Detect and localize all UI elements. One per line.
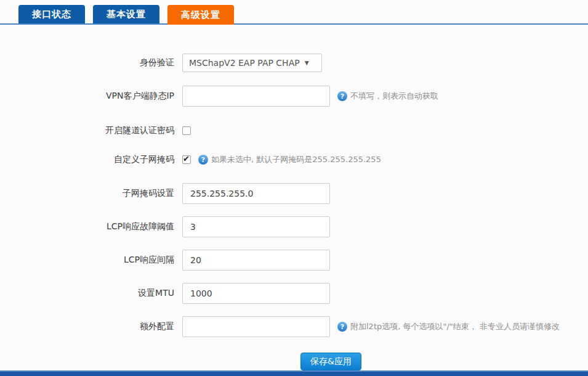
lcp-failure-threshold-input[interactable]	[182, 216, 330, 237]
lcp-interval-input[interactable]	[182, 250, 330, 271]
extra-config-hint-text: 附加l2tp选项, 每个选项以"/"结束， 非专业人员请谨慎修改	[350, 321, 560, 332]
footer-bar	[0, 370, 588, 376]
form-row-lcp-failure-threshold: LCP响应故障阈值	[0, 216, 588, 237]
save-apply-button[interactable]: 保存&应用	[300, 353, 361, 370]
mtu-input[interactable]	[182, 283, 330, 304]
tab-interface-status[interactable]: 接口状态	[18, 5, 85, 23]
form-row-custom-subnet-mask: 自定义子网掩码 ? 如果未选中, 默认子网掩码是255.255.255.255	[0, 153, 588, 166]
extra-config-label: 额外配置	[0, 321, 174, 332]
tabbar: 接口状态 基本设置 高级设置	[18, 5, 234, 25]
tunnel-auth-label: 开启隧道认证密码	[0, 125, 174, 136]
mtu-label: 设置MTU	[0, 288, 174, 299]
form-row-auth: 身份验证 MSChapV2 EAP PAP CHAP ▼	[0, 54, 588, 72]
extra-config-hint: ? 附加l2tp选项, 每个选项以"/"结束， 非专业人员请谨慎修改	[337, 321, 560, 332]
caret-down-icon: ▼	[305, 60, 309, 66]
custom-subnet-mask-label: 自定义子网掩码	[0, 154, 174, 165]
vpn-static-ip-hint-text: 不填写，则表示自动获取	[350, 91, 438, 102]
auth-select[interactable]: MSChapV2 EAP PAP CHAP ▼	[182, 54, 322, 72]
help-icon: ?	[337, 91, 347, 101]
auth-label: 身份验证	[0, 57, 174, 68]
button-row: 保存&应用	[0, 353, 588, 370]
tab-advanced-settings[interactable]: 高级设置	[167, 5, 234, 25]
vpn-static-ip-input[interactable]	[182, 86, 330, 107]
tunnel-auth-checkbox[interactable]	[182, 126, 191, 135]
lcp-failure-threshold-label: LCP响应故障阈值	[0, 221, 174, 232]
form-row-tunnel-auth: 开启隧道认证密码	[0, 125, 588, 137]
extra-config-input[interactable]	[182, 316, 330, 337]
page: 接口状态 基本设置 高级设置 身份验证 MSChapV2 EAP PAP CHA…	[0, 0, 588, 376]
custom-subnet-mask-hint-text: 如果未选中, 默认子网掩码是255.255.255.255	[211, 154, 381, 165]
advanced-settings-form: 身份验证 MSChapV2 EAP PAP CHAP ▼ VPN客户端静态IP …	[0, 25, 588, 370]
form-row-lcp-interval: LCP响应间隔	[0, 250, 588, 271]
auth-select-value: MSChapV2 EAP PAP CHAP	[189, 58, 300, 68]
custom-subnet-mask-checkbox[interactable]	[182, 155, 191, 164]
help-icon: ?	[337, 322, 347, 332]
subnet-mask-input[interactable]	[182, 183, 330, 204]
subnet-mask-label: 子网掩码设置	[0, 188, 174, 199]
vpn-static-ip-label: VPN客户端静态IP	[0, 91, 174, 102]
form-row-mtu: 设置MTU	[0, 283, 588, 304]
tab-basic-settings[interactable]: 基本设置	[93, 5, 159, 23]
form-row-subnet-mask: 子网掩码设置	[0, 183, 588, 204]
form-row-vpn-static-ip: VPN客户端静态IP ? 不填写，则表示自动获取	[0, 86, 588, 107]
lcp-interval-label: LCP响应间隔	[0, 255, 174, 266]
help-icon: ?	[198, 155, 208, 165]
vpn-static-ip-hint: ? 不填写，则表示自动获取	[337, 91, 438, 102]
form-row-extra-config: 额外配置 ? 附加l2tp选项, 每个选项以"/"结束， 非专业人员请谨慎修改	[0, 316, 588, 337]
custom-subnet-mask-hint: ? 如果未选中, 默认子网掩码是255.255.255.255	[198, 154, 381, 165]
